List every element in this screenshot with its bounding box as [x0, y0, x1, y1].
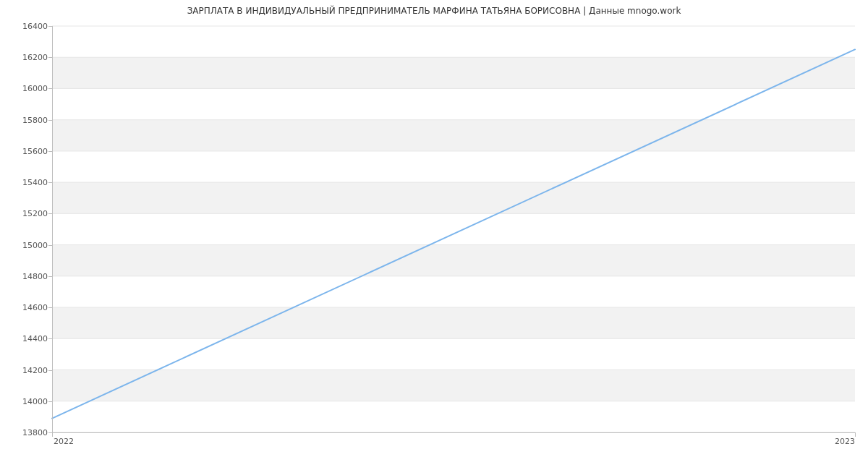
y-tick-label: 13800	[4, 428, 48, 437]
plot-band	[52, 245, 855, 276]
y-axis-line	[52, 26, 53, 432]
plot-band	[52, 370, 855, 401]
x-tick-label: 2023	[835, 437, 855, 446]
y-tick-label: 15600	[4, 146, 48, 155]
y-tick-mark	[48, 307, 52, 308]
y-tick-mark	[48, 57, 52, 58]
y-tick-mark	[48, 276, 52, 277]
y-tick-label: 15400	[4, 178, 48, 187]
y-tick-mark	[48, 26, 52, 27]
x-tick-mark	[52, 432, 53, 437]
x-axis-line	[52, 432, 855, 433]
plot-band	[52, 120, 855, 151]
plot-band	[52, 307, 855, 338]
y-tick-label: 14400	[4, 334, 48, 343]
line-svg	[52, 26, 855, 432]
y-tick-label: 15000	[4, 240, 48, 249]
y-tick-label: 14200	[4, 365, 48, 375]
series-line	[52, 49, 855, 418]
x-tick-mark	[855, 432, 856, 437]
plot-band	[52, 182, 855, 213]
y-tick-mark	[48, 401, 52, 402]
x-tick-label: 2022	[54, 437, 74, 446]
y-tick-label: 14600	[4, 303, 48, 312]
y-tick-mark	[48, 245, 52, 246]
y-tick-mark	[48, 120, 52, 121]
y-tick-label: 16200	[4, 53, 48, 62]
y-tick-mark	[48, 338, 52, 339]
plot-area	[52, 26, 856, 432]
plot-band	[52, 57, 855, 88]
y-tick-label: 16000	[4, 84, 48, 93]
y-tick-mark	[48, 151, 52, 152]
y-tick-mark	[48, 213, 52, 214]
salary-chart: ЗАРПЛАТА В ИНДИВИДУАЛЬНЫЙ ПРЕДПРИНИМАТЕЛ…	[0, 0, 868, 470]
chart-title: ЗАРПЛАТА В ИНДИВИДУАЛЬНЫЙ ПРЕДПРИНИМАТЕЛ…	[0, 6, 868, 16]
y-tick-label: 16400	[4, 22, 48, 31]
y-tick-mark	[48, 88, 52, 89]
y-tick-label: 14000	[4, 396, 48, 406]
y-tick-label: 15800	[4, 115, 48, 124]
y-tick-label: 15200	[4, 209, 48, 218]
y-tick-mark	[48, 182, 52, 183]
y-tick-mark	[48, 370, 52, 371]
plot-bands	[52, 57, 855, 401]
y-tick-label: 14800	[4, 271, 48, 281]
